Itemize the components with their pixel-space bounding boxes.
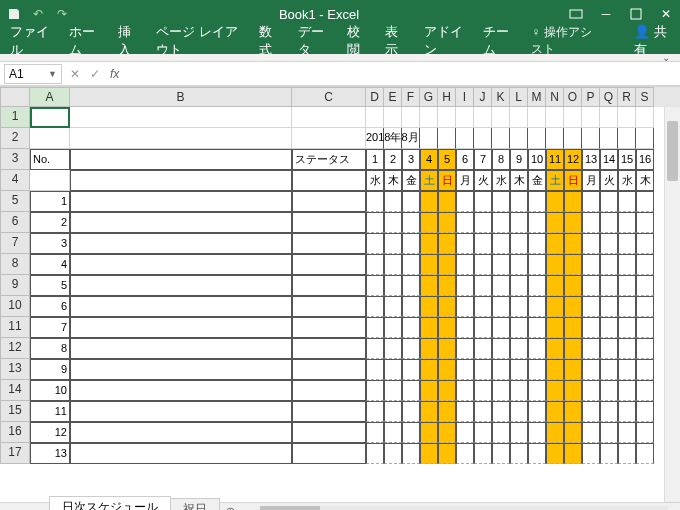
cell[interactable] [456,317,474,338]
cell[interactable] [546,128,564,149]
cell[interactable] [402,233,420,254]
cell[interactable] [582,233,600,254]
cell[interactable]: 12 [564,149,582,170]
column-header[interactable]: L [510,87,528,107]
cell[interactable] [70,170,292,191]
column-header[interactable]: G [420,87,438,107]
cell[interactable]: 6 [456,149,474,170]
cell[interactable] [510,380,528,401]
cell[interactable] [636,275,654,296]
cell[interactable] [510,401,528,422]
column-header[interactable]: K [492,87,510,107]
cell[interactable]: 火 [474,170,492,191]
row-header[interactable]: 1 [0,107,30,128]
ribbon-options-icon[interactable] [568,6,584,22]
cell[interactable] [582,212,600,233]
cell[interactable] [492,128,510,149]
cell[interactable]: No. [30,149,70,170]
cell[interactable] [564,443,582,464]
cell[interactable] [636,107,654,128]
cell[interactable] [564,380,582,401]
column-header[interactable]: E [384,87,402,107]
cell[interactable] [618,128,636,149]
cell[interactable] [582,275,600,296]
scrollbar-thumb[interactable] [260,506,320,510]
cell[interactable] [546,380,564,401]
cell[interactable] [366,191,384,212]
cell[interactable]: 16 [636,149,654,170]
cell[interactable] [600,380,618,401]
cell[interactable] [564,359,582,380]
cell[interactable] [438,107,456,128]
cell[interactable]: 6 [30,296,70,317]
cell[interactable] [366,422,384,443]
cell[interactable] [618,401,636,422]
cell[interactable] [546,191,564,212]
cell[interactable] [292,359,366,380]
cell[interactable] [636,128,654,149]
cell[interactable]: 9 [30,359,70,380]
cell[interactable] [492,422,510,443]
cell[interactable] [70,338,292,359]
cell[interactable] [70,401,292,422]
cell[interactable]: 金 [528,170,546,191]
cell[interactable] [366,212,384,233]
name-box[interactable]: A1 ▼ [4,64,62,84]
cell[interactable] [402,443,420,464]
cell[interactable] [474,254,492,275]
cell[interactable] [420,212,438,233]
cell[interactable] [582,254,600,275]
cell[interactable] [636,443,654,464]
cell[interactable] [292,317,366,338]
column-header[interactable]: N [546,87,564,107]
cell[interactable] [292,233,366,254]
cell[interactable]: 5 [30,275,70,296]
cell[interactable] [528,254,546,275]
cell[interactable] [636,317,654,338]
cell[interactable] [474,338,492,359]
cell[interactable] [546,359,564,380]
cell[interactable] [420,128,438,149]
cell[interactable] [384,338,402,359]
cell[interactable] [528,401,546,422]
cell[interactable] [402,338,420,359]
cell[interactable] [70,254,292,275]
cell[interactable] [420,317,438,338]
cell[interactable] [528,296,546,317]
cell[interactable]: 7 [30,317,70,338]
cell[interactable] [564,212,582,233]
cell[interactable]: 10 [30,380,70,401]
cell[interactable] [528,359,546,380]
cell[interactable] [492,212,510,233]
cell[interactable] [600,233,618,254]
cell[interactable] [384,107,402,128]
cell[interactable] [456,401,474,422]
cell[interactable] [438,422,456,443]
cell[interactable] [438,275,456,296]
cell[interactable] [474,233,492,254]
cell[interactable] [384,191,402,212]
cell[interactable] [474,401,492,422]
cell[interactable] [510,233,528,254]
cell[interactable] [618,380,636,401]
cell[interactable] [546,212,564,233]
cell[interactable] [366,254,384,275]
cell[interactable] [366,275,384,296]
cell[interactable] [546,233,564,254]
cell[interactable] [510,254,528,275]
cell[interactable] [420,296,438,317]
cell[interactable] [420,359,438,380]
cell[interactable] [564,296,582,317]
cell[interactable] [564,317,582,338]
cell[interactable] [510,422,528,443]
cell[interactable] [600,443,618,464]
cell[interactable] [492,380,510,401]
cell[interactable] [618,107,636,128]
cell[interactable] [528,275,546,296]
cell[interactable]: 土 [420,170,438,191]
cell[interactable] [492,233,510,254]
chevron-down-icon[interactable]: ⌄ [662,52,670,63]
cell[interactable]: 9 [510,149,528,170]
cell[interactable] [402,422,420,443]
row-header[interactable]: 4 [0,170,30,191]
